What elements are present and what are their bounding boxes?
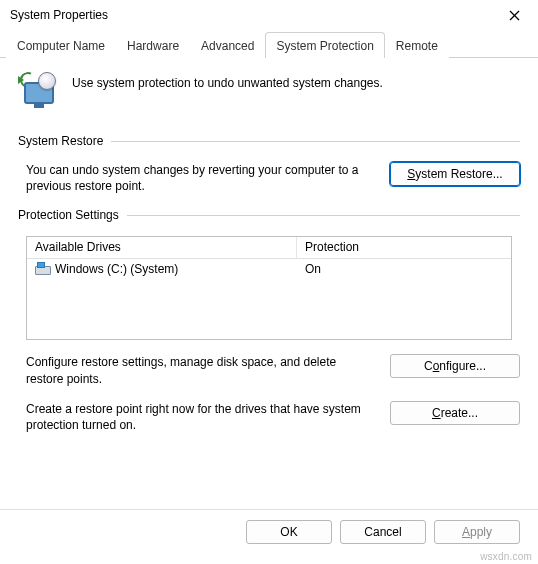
intro-row: Use system protection to undo unwanted s… [18, 72, 520, 112]
intro-text: Use system protection to undo unwanted s… [72, 72, 383, 90]
column-available-drives[interactable]: Available Drives [27, 237, 297, 258]
system-restore-description: You can undo system changes by reverting… [26, 162, 372, 194]
section-system-restore: System Restore You can undo system chang… [18, 134, 520, 194]
tab-system-protection[interactable]: System Protection [265, 32, 384, 58]
protection-settings-heading: Protection Settings [18, 208, 119, 222]
system-restore-button[interactable]: System Restore... [390, 162, 520, 186]
column-protection[interactable]: Protection [297, 237, 511, 258]
dialog-footer: OK Cancel Apply [0, 509, 538, 544]
tab-strip: Computer Name Hardware Advanced System P… [0, 30, 538, 58]
tab-computer-name[interactable]: Computer Name [6, 32, 116, 58]
table-header: Available Drives Protection [27, 237, 511, 259]
create-description: Create a restore point right now for the… [26, 401, 372, 433]
tab-advanced[interactable]: Advanced [190, 32, 265, 58]
protection-cell: On [297, 262, 511, 276]
drive-cell: Windows (C:) (System) [27, 262, 297, 276]
titlebar: System Properties [0, 0, 538, 30]
system-restore-heading: System Restore [18, 134, 103, 148]
close-button[interactable] [498, 1, 530, 29]
window-title: System Properties [10, 8, 108, 22]
divider [127, 215, 520, 216]
apply-button[interactable]: Apply [434, 520, 520, 544]
tab-hardware[interactable]: Hardware [116, 32, 190, 58]
create-button[interactable]: Create... [390, 401, 520, 425]
configure-description: Configure restore settings, manage disk … [26, 354, 372, 386]
divider [111, 141, 520, 142]
close-icon [509, 10, 520, 21]
table-row[interactable]: Windows (C:) (System) On [27, 259, 511, 279]
section-protection-settings: Protection Settings Available Drives Pro… [18, 208, 520, 433]
watermark: wsxdn.com [480, 551, 532, 562]
system-restore-icon [18, 72, 58, 112]
drive-icon [35, 262, 51, 276]
configure-button[interactable]: Configure... [390, 354, 520, 378]
tab-remote[interactable]: Remote [385, 32, 449, 58]
tab-content: Use system protection to undo unwanted s… [0, 58, 538, 465]
cancel-button[interactable]: Cancel [340, 520, 426, 544]
ok-button[interactable]: OK [246, 520, 332, 544]
drive-name: Windows (C:) (System) [55, 262, 178, 276]
drives-table[interactable]: Available Drives Protection Windows (C:)… [26, 236, 512, 340]
